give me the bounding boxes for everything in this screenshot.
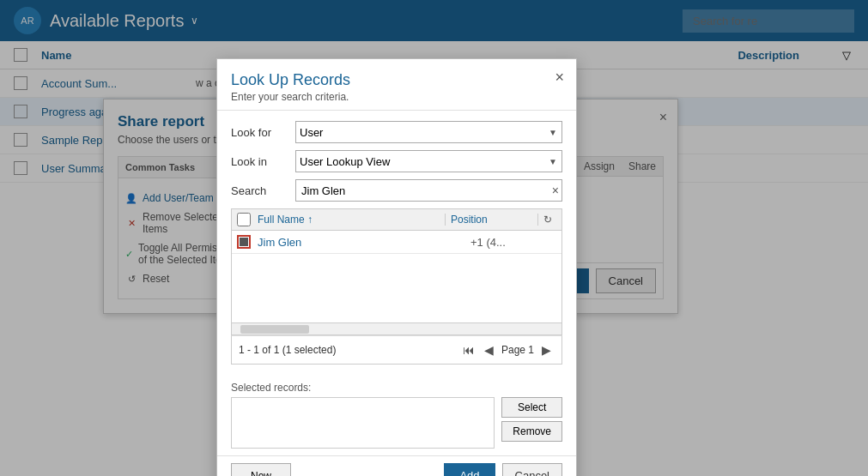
look-in-select[interactable]: User Lookup View: [295, 150, 562, 172]
pagination-info: 1 - 1 of 1 (1 selected): [239, 344, 336, 356]
row-full-name[interactable]: Jim Glen: [258, 236, 464, 249]
selected-records-textarea[interactable]: [231, 397, 495, 449]
search-wrapper: ×: [295, 179, 562, 202]
look-for-select[interactable]: User: [295, 121, 562, 143]
dialog-subtitle: Enter your search criteria.: [231, 91, 562, 103]
first-page-button[interactable]: ⏮: [460, 341, 477, 359]
row-checkbox-wrapper[interactable]: [237, 235, 251, 249]
look-for-select-wrapper: User ▼: [295, 121, 562, 143]
select-all-checkbox[interactable]: [237, 213, 251, 226]
look-for-label: Look for: [231, 126, 295, 139]
look-in-label: Look in: [231, 155, 295, 168]
selected-record-buttons: Select Remove: [501, 397, 562, 449]
results-table: Full Name ↑ Position ↻ Jim Glen +1 (4...: [231, 208, 562, 323]
cancel-button[interactable]: Cancel: [502, 463, 562, 476]
new-button[interactable]: New: [231, 463, 291, 476]
look-for-row: Look for User ▼: [231, 121, 562, 143]
look-in-row: Look in User Lookup View ▼: [231, 150, 562, 172]
position-col-header[interactable]: Position: [445, 214, 531, 226]
dialog-title: Look Up Records: [231, 71, 562, 89]
horizontal-scrollbar[interactable]: [231, 323, 562, 335]
page-label: Page 1: [501, 344, 534, 356]
prev-page-button[interactable]: ◀: [481, 341, 498, 359]
add-button[interactable]: Add: [444, 463, 495, 476]
refresh-icon[interactable]: ↻: [537, 214, 556, 226]
select-button[interactable]: Select: [501, 397, 562, 418]
scroll-thumb[interactable]: [240, 325, 309, 334]
selected-records-section: Selected records: Select Remove: [217, 375, 576, 455]
search-clear-icon[interactable]: ×: [552, 184, 559, 197]
search-label: Search: [231, 184, 295, 197]
search-input[interactable]: [295, 179, 562, 202]
search-row: Search ×: [231, 179, 562, 202]
selected-records-label: Selected records:: [231, 382, 562, 394]
row-phone: +1 (4...: [470, 236, 556, 249]
remove-button[interactable]: Remove: [501, 421, 562, 442]
selected-box: Select Remove: [231, 397, 562, 449]
page-navigation: ⏮ ◀ Page 1 ▶: [460, 341, 555, 359]
next-page-button[interactable]: ▶: [537, 341, 555, 359]
lookup-dialog: Look Up Records Enter your search criter…: [216, 58, 577, 476]
row-check-inner: [240, 238, 248, 246]
results-header: Full Name ↑ Position ↻: [232, 209, 561, 231]
result-row: Jim Glen +1 (4...: [232, 231, 561, 254]
dialog-footer: New Add Cancel: [217, 455, 576, 476]
dialog-form: Look for User ▼ Look in User Lookup View…: [217, 111, 576, 375]
pagination-bar: 1 - 1 of 1 (1 selected) ⏮ ◀ Page 1 ▶: [231, 335, 562, 365]
dialog-close-button[interactable]: ×: [555, 69, 564, 85]
dialog-titlebar: Look Up Records Enter your search criter…: [217, 59, 576, 111]
empty-results-area: [232, 254, 561, 322]
look-in-select-wrapper: User Lookup View ▼: [295, 150, 562, 172]
full-name-col-header[interactable]: Full Name ↑: [258, 214, 438, 226]
